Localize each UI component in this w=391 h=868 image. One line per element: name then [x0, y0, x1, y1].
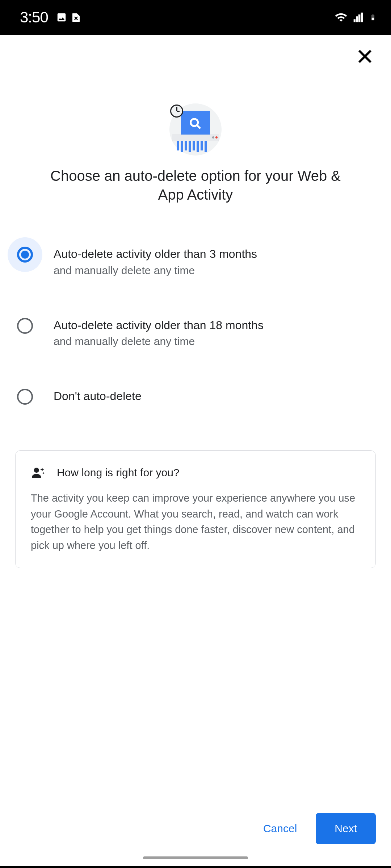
svg-point-2 — [191, 119, 198, 126]
close-icon — [356, 48, 374, 65]
svg-line-3 — [197, 125, 200, 128]
option-subtitle: and manually delete any time — [54, 334, 375, 348]
option-title: Auto-delete activity older than 18 month… — [54, 318, 375, 333]
signal-icon — [353, 12, 364, 23]
info-header: How long is right for you? — [31, 465, 360, 480]
status-right — [335, 11, 377, 24]
info-body: The activity you keep can improve your e… — [31, 490, 360, 553]
status-time: 3:50 — [20, 9, 48, 26]
option-subtitle: and manually delete any time — [54, 263, 375, 277]
footer-actions: Cancel Next — [260, 813, 376, 844]
info-title: How long is right for you? — [57, 467, 180, 479]
status-left: 3:50 — [20, 9, 81, 26]
battery-icon — [369, 11, 377, 24]
option-text: Don't auto-delete — [54, 387, 375, 404]
cancel-button[interactable]: Cancel — [260, 814, 300, 843]
option-title: Auto-delete activity older than 3 months — [54, 247, 375, 262]
status-notification-icons — [56, 12, 81, 23]
auto-delete-illustration — [169, 103, 222, 156]
option-text: Auto-delete activity older than 18 month… — [54, 316, 375, 349]
illustration-container — [0, 67, 391, 156]
info-card: How long is right for you? The activity … — [15, 450, 376, 568]
option-title: Don't auto-delete — [54, 389, 375, 404]
nav-indicator — [143, 856, 248, 859]
page-title: Choose an auto-delete option for your We… — [0, 156, 391, 204]
status-bar: 3:50 — [0, 0, 391, 35]
option-dont-delete[interactable]: Don't auto-delete — [16, 379, 375, 414]
next-button[interactable]: Next — [316, 813, 376, 844]
clock-icon — [170, 105, 183, 118]
option-3-months[interactable]: Auto-delete activity older than 3 months… — [16, 237, 375, 286]
radio-unselected-icon — [16, 317, 34, 335]
bottom-bar — [0, 866, 391, 868]
header-row — [0, 35, 391, 67]
svg-point-4 — [34, 468, 39, 473]
close-button[interactable] — [354, 46, 376, 67]
radio-selected-icon — [16, 246, 34, 263]
page-content: Choose an auto-delete option for your We… — [0, 35, 391, 866]
picture-icon — [56, 12, 67, 23]
radio-options: Auto-delete activity older than 3 months… — [0, 204, 391, 414]
option-18-months[interactable]: Auto-delete activity older than 18 month… — [16, 308, 375, 357]
wifi-icon — [335, 11, 348, 24]
search-icon — [188, 116, 203, 131]
option-text: Auto-delete activity older than 3 months… — [54, 245, 375, 277]
radio-unselected-icon — [16, 388, 34, 405]
person-sparkle-icon — [31, 465, 46, 480]
card-x-icon — [71, 12, 81, 23]
